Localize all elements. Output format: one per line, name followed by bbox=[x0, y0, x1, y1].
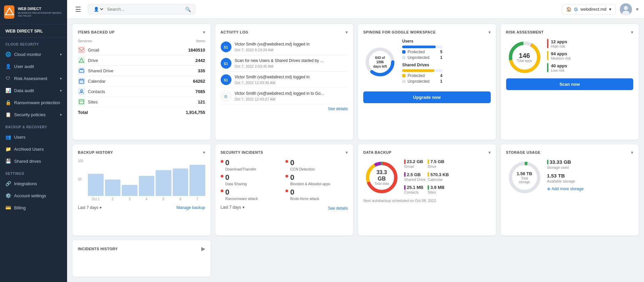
calendar-stat-label: Calendar bbox=[428, 178, 449, 182]
calendar-count: 64262 bbox=[193, 79, 205, 84]
topbar: ☰ 👤 🔍 🏠 G webdirect.md ▾ ▾ bbox=[67, 0, 644, 19]
search-input[interactable] bbox=[107, 7, 182, 12]
activity-log-title: ACTIVITY LOG bbox=[221, 30, 249, 34]
incident-brute-force: 0 Brute-force attack bbox=[285, 189, 348, 201]
low-risk-info: 40 apps Low risk bbox=[551, 63, 567, 72]
user-avatar[interactable] bbox=[620, 3, 632, 15]
autobackup-note: Next autobackup scheduled on Oct 08. 202… bbox=[363, 199, 491, 203]
incident-count: 0 bbox=[290, 189, 319, 196]
last-7-days[interactable]: Last 7 days ▾ bbox=[78, 205, 102, 210]
card-header: SECURITY INCIDENTS ▾ bbox=[221, 150, 348, 155]
activity-time: Oct 7, 2022 12:43:27 AM bbox=[235, 97, 324, 101]
storage-available-label: Available storage bbox=[547, 179, 634, 183]
sidebar-item-users[interactable]: 👥 Users bbox=[0, 131, 67, 143]
sidebar-item-label: Billing bbox=[14, 205, 26, 210]
table-header: Services Items bbox=[78, 39, 205, 43]
storage-available-value: 1.53 TB bbox=[547, 173, 565, 179]
svg-marker-6 bbox=[79, 58, 84, 62]
shared-drive-icon bbox=[78, 67, 85, 74]
users-icon: 👥 bbox=[5, 134, 11, 140]
sites-stat: 3.9 MB Sites bbox=[428, 185, 449, 196]
incident-info: 0 Download/Transfer bbox=[225, 159, 257, 171]
drives-unprotected-dot bbox=[402, 80, 406, 83]
storage-used-row: 33.33 GB bbox=[547, 159, 634, 165]
sidebar-item-label: Integrations bbox=[14, 181, 37, 186]
scan-now-button[interactable]: Scan now bbox=[506, 78, 634, 90]
data-backup-content: 33.3 GB Total data 23.2 GB Gmail bbox=[363, 159, 491, 196]
security-period[interactable]: Last 7 days ▾ bbox=[221, 205, 245, 210]
contacts-stat-label: Contacts bbox=[404, 190, 426, 194]
risk-assessment-icon: 🛡 bbox=[5, 76, 11, 81]
hamburger-menu[interactable]: ☰ bbox=[72, 4, 84, 15]
incident-count: 0 bbox=[225, 189, 258, 196]
add-more-storage-link[interactable]: ⊕ Add more storage bbox=[547, 187, 634, 191]
bar-5 bbox=[156, 170, 171, 196]
spinone-days-line1: 643 of 1096 bbox=[372, 55, 388, 64]
incidents-history-arrow[interactable]: ▶ bbox=[201, 245, 205, 252]
security-incidents-dropdown[interactable]: ▾ bbox=[345, 150, 348, 155]
activity-log-see-details[interactable]: See details bbox=[221, 107, 348, 111]
x-label-6: 6 bbox=[173, 197, 189, 201]
data-backup-dropdown[interactable]: ▾ bbox=[488, 150, 491, 155]
sidebar-item-account-settings[interactable]: ⚙️ Account settings bbox=[0, 190, 67, 202]
risk-total-num: 146 bbox=[517, 52, 532, 59]
activity-content: Victor Smith (vs@webdirect.md) logged in… bbox=[235, 74, 310, 85]
activity-time: Oct 7, 2022 2:03:45 AM bbox=[235, 64, 324, 68]
shared-drive-stat-label: Shared Drive bbox=[404, 178, 426, 182]
sidebar-item-label: Ransomware protection bbox=[14, 100, 60, 105]
sidebar-item-shared-drives[interactable]: 💾 Shared drives bbox=[0, 155, 67, 167]
domain-selector[interactable]: 🏠 G webdirect.md ▾ bbox=[562, 4, 616, 14]
table-row: Gmail 1840510 bbox=[78, 45, 205, 55]
x-label-2: 2 bbox=[105, 197, 121, 201]
sidebar-item-data-audit[interactable]: 📊 Data audit ▾ bbox=[0, 84, 67, 96]
spinone-dropdown[interactable]: ▾ bbox=[488, 29, 491, 35]
items-backed-up-dropdown[interactable]: ▾ bbox=[203, 29, 205, 35]
search-type-select[interactable]: 👤 bbox=[92, 6, 104, 12]
chevron-down-icon: ▾ bbox=[60, 53, 62, 56]
table-row: Drive 2442 bbox=[78, 55, 205, 66]
spinone-card: SPINONE FOR GOOGLE WORKSPACE ▾ 643 of 10… bbox=[358, 24, 496, 140]
storage-usage-dropdown[interactable]: ▾ bbox=[631, 150, 633, 155]
storage-available-stat: 1.53 TB Available storage bbox=[547, 173, 634, 183]
sidebar-item-archived-users[interactable]: 📁 Archived Users bbox=[0, 143, 67, 155]
risk-assessment-card: RISK ASSESSMENT ▾ 146 bbox=[501, 24, 639, 140]
contacts-stat-row: 25.1 MB bbox=[404, 185, 426, 190]
storage-content: 1.56 TB Total storage 33.33 GB Storage u… bbox=[506, 159, 634, 196]
high-risk-info: 12 apps High risk bbox=[551, 39, 567, 48]
chevron-down-icon: ▾ bbox=[60, 89, 62, 92]
data-backup-donut: 33.3 GB Total data bbox=[363, 159, 400, 196]
svg-rect-5 bbox=[79, 48, 84, 52]
spinone-activity-logo: S1 bbox=[221, 58, 231, 69]
risk-assessment-dropdown[interactable]: ▾ bbox=[631, 29, 633, 35]
backup-history-title: BACKUP HISTORY bbox=[78, 150, 113, 154]
upgrade-now-button[interactable]: Upgrade now bbox=[363, 91, 491, 103]
incident-dot bbox=[285, 160, 288, 163]
activity-text: Victor Smith (vs@webdirect.md) logged in bbox=[235, 74, 310, 80]
calendar-stat-row: 570.3 KB bbox=[428, 172, 449, 177]
section-backup-recovery: BACKUP & RECOVERY bbox=[0, 121, 67, 131]
plus-icon: ⊕ bbox=[547, 187, 550, 191]
drive-stat-label: Drive bbox=[428, 164, 449, 168]
incident-dot bbox=[221, 160, 223, 163]
drives-protected-dot bbox=[402, 74, 406, 77]
incidents-history-title: INCIDENTS HISTORY bbox=[78, 247, 118, 251]
sidebar-item-user-audit[interactable]: 👤 User audit bbox=[0, 60, 67, 72]
sidebar-item-billing[interactable]: 💳 Billing bbox=[0, 202, 67, 214]
period-chevron-icon: ▾ bbox=[243, 205, 245, 210]
backup-history-dropdown[interactable]: ▾ bbox=[203, 150, 205, 155]
sidebar-item-risk-assessment[interactable]: 🛡 Risk Assessment ▾ bbox=[0, 72, 67, 84]
drives-unprotected-count: 1 bbox=[440, 79, 442, 84]
security-see-details[interactable]: See details bbox=[328, 206, 348, 211]
svg-text:S1: S1 bbox=[224, 46, 228, 49]
low-risk-label: Low risk bbox=[551, 68, 567, 72]
manage-backup-link[interactable]: Manage backup bbox=[176, 205, 205, 210]
storage-available-row: 1.53 TB bbox=[547, 173, 634, 179]
sidebar-item-integrations[interactable]: 🔗 Integrations bbox=[0, 178, 67, 190]
total-label: Total bbox=[78, 110, 88, 115]
spinone-activity-logo: S1 bbox=[221, 42, 231, 52]
sidebar-item-security-policies[interactable]: 📋 Security policies ▾ bbox=[0, 109, 67, 121]
activity-log-dropdown[interactable]: ▾ bbox=[345, 29, 348, 35]
sidebar-item-ransomware[interactable]: 🔒 Ransomware protection bbox=[0, 96, 67, 109]
y-label-100: 100 bbox=[78, 159, 84, 163]
sidebar-item-cloud-monitor[interactable]: 🌐 Cloud monitor ▾ bbox=[0, 48, 67, 60]
